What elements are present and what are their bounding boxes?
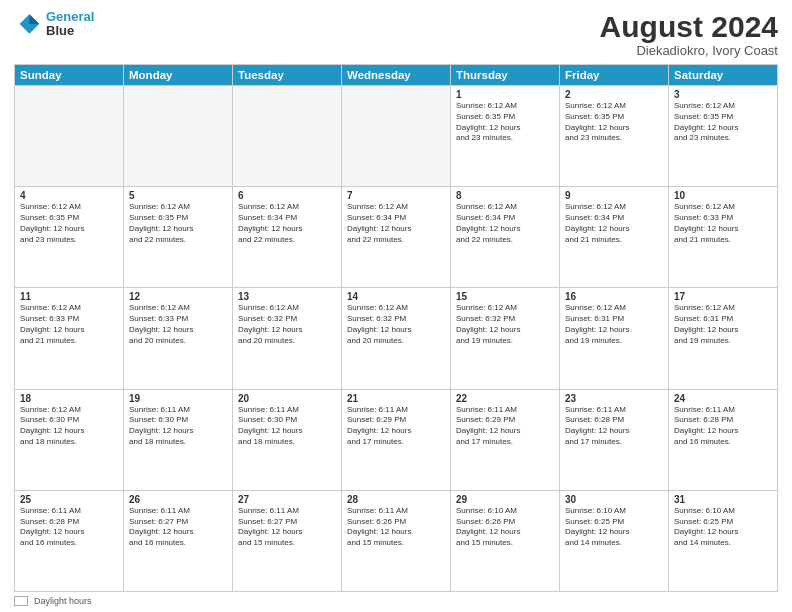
day-info: Sunrise: 6:12 AM Sunset: 6:34 PM Dayligh… xyxy=(565,202,663,245)
calendar-cell: 18Sunrise: 6:12 AM Sunset: 6:30 PM Dayli… xyxy=(15,389,124,490)
calendar-cell: 29Sunrise: 6:10 AM Sunset: 6:26 PM Dayli… xyxy=(451,490,560,591)
calendar-cell: 10Sunrise: 6:12 AM Sunset: 6:33 PM Dayli… xyxy=(669,187,778,288)
day-info: Sunrise: 6:12 AM Sunset: 6:33 PM Dayligh… xyxy=(674,202,772,245)
calendar-cell xyxy=(124,86,233,187)
day-header-saturday: Saturday xyxy=(669,65,778,86)
title-block: August 2024 Diekadiokro, Ivory Coast xyxy=(600,10,778,58)
day-info: Sunrise: 6:11 AM Sunset: 6:27 PM Dayligh… xyxy=(129,506,227,549)
logo: General Blue xyxy=(14,10,94,39)
calendar-table: SundayMondayTuesdayWednesdayThursdayFrid… xyxy=(14,64,778,592)
calendar-cell: 3Sunrise: 6:12 AM Sunset: 6:35 PM Daylig… xyxy=(669,86,778,187)
calendar-cell: 14Sunrise: 6:12 AM Sunset: 6:32 PM Dayli… xyxy=(342,288,451,389)
calendar-cell xyxy=(15,86,124,187)
day-number: 11 xyxy=(20,291,118,302)
calendar-week-4: 25Sunrise: 6:11 AM Sunset: 6:28 PM Dayli… xyxy=(15,490,778,591)
main-title: August 2024 xyxy=(600,10,778,43)
day-info: Sunrise: 6:12 AM Sunset: 6:35 PM Dayligh… xyxy=(565,101,663,144)
calendar-cell: 28Sunrise: 6:11 AM Sunset: 6:26 PM Dayli… xyxy=(342,490,451,591)
calendar-cell: 31Sunrise: 6:10 AM Sunset: 6:25 PM Dayli… xyxy=(669,490,778,591)
day-info: Sunrise: 6:11 AM Sunset: 6:30 PM Dayligh… xyxy=(238,405,336,448)
day-info: Sunrise: 6:11 AM Sunset: 6:27 PM Dayligh… xyxy=(238,506,336,549)
day-info: Sunrise: 6:11 AM Sunset: 6:30 PM Dayligh… xyxy=(129,405,227,448)
calendar-footer: Daylight hours xyxy=(14,596,778,606)
calendar-cell: 21Sunrise: 6:11 AM Sunset: 6:29 PM Dayli… xyxy=(342,389,451,490)
day-number: 8 xyxy=(456,190,554,201)
calendar-week-1: 4Sunrise: 6:12 AM Sunset: 6:35 PM Daylig… xyxy=(15,187,778,288)
day-number: 1 xyxy=(456,89,554,100)
day-info: Sunrise: 6:10 AM Sunset: 6:25 PM Dayligh… xyxy=(565,506,663,549)
day-header-friday: Friday xyxy=(560,65,669,86)
day-info: Sunrise: 6:12 AM Sunset: 6:31 PM Dayligh… xyxy=(674,303,772,346)
day-number: 9 xyxy=(565,190,663,201)
day-number: 5 xyxy=(129,190,227,201)
calendar-week-2: 11Sunrise: 6:12 AM Sunset: 6:33 PM Dayli… xyxy=(15,288,778,389)
day-info: Sunrise: 6:12 AM Sunset: 6:33 PM Dayligh… xyxy=(20,303,118,346)
day-number: 13 xyxy=(238,291,336,302)
day-info: Sunrise: 6:10 AM Sunset: 6:26 PM Dayligh… xyxy=(456,506,554,549)
day-number: 3 xyxy=(674,89,772,100)
day-header-wednesday: Wednesday xyxy=(342,65,451,86)
calendar-cell: 9Sunrise: 6:12 AM Sunset: 6:34 PM Daylig… xyxy=(560,187,669,288)
day-info: Sunrise: 6:11 AM Sunset: 6:29 PM Dayligh… xyxy=(456,405,554,448)
day-number: 25 xyxy=(20,494,118,505)
calendar-cell xyxy=(233,86,342,187)
calendar-cell: 25Sunrise: 6:11 AM Sunset: 6:28 PM Dayli… xyxy=(15,490,124,591)
day-info: Sunrise: 6:12 AM Sunset: 6:35 PM Dayligh… xyxy=(456,101,554,144)
day-number: 16 xyxy=(565,291,663,302)
day-number: 29 xyxy=(456,494,554,505)
calendar-cell: 30Sunrise: 6:10 AM Sunset: 6:25 PM Dayli… xyxy=(560,490,669,591)
calendar-cell: 17Sunrise: 6:12 AM Sunset: 6:31 PM Dayli… xyxy=(669,288,778,389)
calendar-cell: 16Sunrise: 6:12 AM Sunset: 6:31 PM Dayli… xyxy=(560,288,669,389)
calendar-cell: 19Sunrise: 6:11 AM Sunset: 6:30 PM Dayli… xyxy=(124,389,233,490)
day-info: Sunrise: 6:12 AM Sunset: 6:32 PM Dayligh… xyxy=(238,303,336,346)
day-info: Sunrise: 6:12 AM Sunset: 6:34 PM Dayligh… xyxy=(238,202,336,245)
day-number: 18 xyxy=(20,393,118,404)
day-number: 10 xyxy=(674,190,772,201)
day-info: Sunrise: 6:12 AM Sunset: 6:32 PM Dayligh… xyxy=(347,303,445,346)
calendar-cell: 13Sunrise: 6:12 AM Sunset: 6:32 PM Dayli… xyxy=(233,288,342,389)
day-info: Sunrise: 6:12 AM Sunset: 6:34 PM Dayligh… xyxy=(347,202,445,245)
calendar-cell: 8Sunrise: 6:12 AM Sunset: 6:34 PM Daylig… xyxy=(451,187,560,288)
day-info: Sunrise: 6:11 AM Sunset: 6:26 PM Dayligh… xyxy=(347,506,445,549)
day-number: 26 xyxy=(129,494,227,505)
day-info: Sunrise: 6:12 AM Sunset: 6:35 PM Dayligh… xyxy=(129,202,227,245)
day-number: 28 xyxy=(347,494,445,505)
header: General Blue August 2024 Diekadiokro, Iv… xyxy=(14,10,778,58)
calendar-cell: 23Sunrise: 6:11 AM Sunset: 6:28 PM Dayli… xyxy=(560,389,669,490)
day-number: 4 xyxy=(20,190,118,201)
calendar-cell: 20Sunrise: 6:11 AM Sunset: 6:30 PM Dayli… xyxy=(233,389,342,490)
day-number: 31 xyxy=(674,494,772,505)
page: General Blue August 2024 Diekadiokro, Iv… xyxy=(0,0,792,612)
calendar-week-3: 18Sunrise: 6:12 AM Sunset: 6:30 PM Dayli… xyxy=(15,389,778,490)
day-info: Sunrise: 6:12 AM Sunset: 6:35 PM Dayligh… xyxy=(20,202,118,245)
day-number: 17 xyxy=(674,291,772,302)
day-number: 7 xyxy=(347,190,445,201)
day-info: Sunrise: 6:11 AM Sunset: 6:28 PM Dayligh… xyxy=(565,405,663,448)
logo-icon xyxy=(14,10,42,38)
day-number: 24 xyxy=(674,393,772,404)
day-info: Sunrise: 6:12 AM Sunset: 6:34 PM Dayligh… xyxy=(456,202,554,245)
day-header-tuesday: Tuesday xyxy=(233,65,342,86)
day-info: Sunrise: 6:12 AM Sunset: 6:35 PM Dayligh… xyxy=(674,101,772,144)
day-number: 27 xyxy=(238,494,336,505)
day-info: Sunrise: 6:12 AM Sunset: 6:31 PM Dayligh… xyxy=(565,303,663,346)
day-number: 21 xyxy=(347,393,445,404)
day-header-sunday: Sunday xyxy=(15,65,124,86)
day-number: 20 xyxy=(238,393,336,404)
calendar-cell: 4Sunrise: 6:12 AM Sunset: 6:35 PM Daylig… xyxy=(15,187,124,288)
day-number: 22 xyxy=(456,393,554,404)
day-info: Sunrise: 6:11 AM Sunset: 6:28 PM Dayligh… xyxy=(20,506,118,549)
day-info: Sunrise: 6:11 AM Sunset: 6:28 PM Dayligh… xyxy=(674,405,772,448)
day-info: Sunrise: 6:12 AM Sunset: 6:30 PM Dayligh… xyxy=(20,405,118,448)
day-number: 30 xyxy=(565,494,663,505)
calendar-cell: 12Sunrise: 6:12 AM Sunset: 6:33 PM Dayli… xyxy=(124,288,233,389)
sub-title: Diekadiokro, Ivory Coast xyxy=(600,43,778,58)
logo-text: General Blue xyxy=(46,10,94,39)
calendar-cell: 11Sunrise: 6:12 AM Sunset: 6:33 PM Dayli… xyxy=(15,288,124,389)
day-number: 19 xyxy=(129,393,227,404)
svg-marker-1 xyxy=(29,14,39,24)
calendar-cell: 7Sunrise: 6:12 AM Sunset: 6:34 PM Daylig… xyxy=(342,187,451,288)
calendar-cell: 22Sunrise: 6:11 AM Sunset: 6:29 PM Dayli… xyxy=(451,389,560,490)
day-info: Sunrise: 6:10 AM Sunset: 6:25 PM Dayligh… xyxy=(674,506,772,549)
calendar-cell: 1Sunrise: 6:12 AM Sunset: 6:35 PM Daylig… xyxy=(451,86,560,187)
